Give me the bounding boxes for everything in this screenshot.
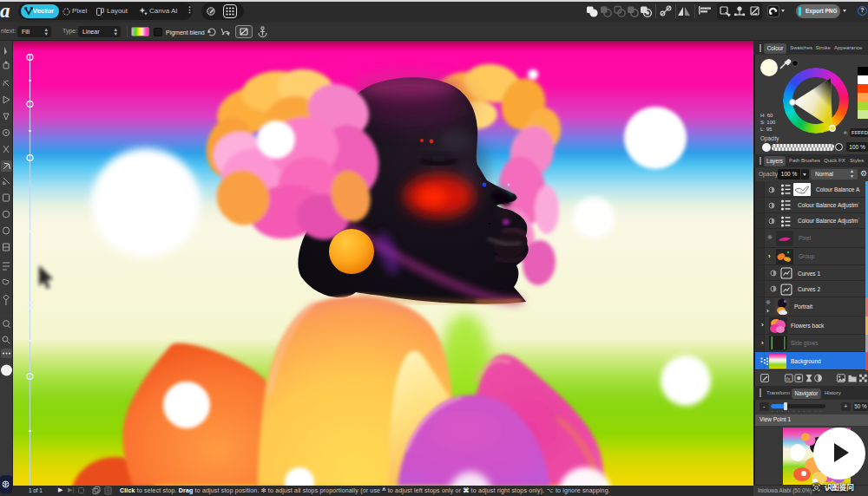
svg-text:fx: fx	[786, 376, 791, 382]
